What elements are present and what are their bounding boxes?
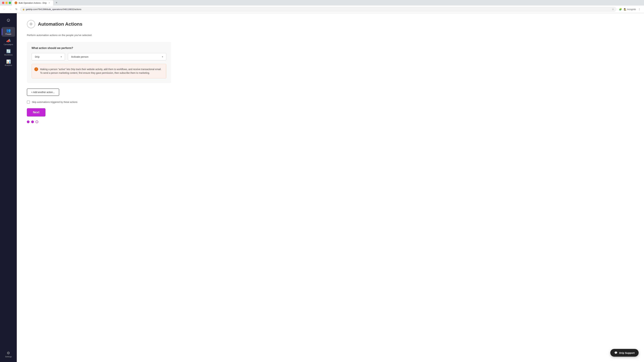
- progress-dot-3: [36, 120, 38, 123]
- skip-automations-checkbox[interactable]: [27, 100, 30, 104]
- tab-close-button[interactable]: ×: [48, 1, 51, 4]
- warning-text: Making a person "active" lets Drip track…: [40, 68, 161, 74]
- sidebar-item-people[interactable]: 👥 People: [2, 27, 15, 37]
- tab-favicon: D: [14, 1, 17, 4]
- sidebar-analytics-label: Analytics: [5, 64, 12, 66]
- browser-chrome: D Bulk Operation Actions - Drip × + ← → …: [0, 0, 644, 13]
- lock-icon: 🔒: [22, 8, 25, 10]
- page-icon: ⚙: [27, 20, 35, 28]
- action-dropdown-arrow: ▾: [162, 56, 163, 58]
- sidebar-campaigns-label: Campaigns: [4, 43, 13, 45]
- add-action-button[interactable]: + Add another action...: [27, 88, 59, 96]
- window-close-button[interactable]: [2, 2, 4, 4]
- workflows-icon: 🔄: [6, 49, 11, 53]
- support-label: Drip Support: [619, 352, 634, 354]
- sidebar: ☺ 👥 People 📣 Campaigns 🔄 Workflows 📊 Ana…: [0, 13, 17, 362]
- active-indicator: [2, 28, 2, 35]
- browser-menu-button[interactable]: ⋮: [636, 6, 642, 12]
- progress-dot-1: [27, 120, 30, 123]
- next-button[interactable]: Next: [27, 108, 46, 116]
- active-tab[interactable]: D Bulk Operation Actions - Drip ×: [12, 0, 54, 5]
- progress-dot-2: [31, 120, 34, 123]
- app-container: ☺ 👥 People 📣 Campaigns 🔄 Workflows 📊 Ana…: [0, 13, 644, 362]
- support-button[interactable]: 💬 Drip Support: [610, 349, 639, 357]
- sidebar-item-campaigns[interactable]: 📣 Campaigns: [2, 37, 15, 47]
- bookmark-icon[interactable]: ☆: [612, 8, 614, 10]
- sidebar-item-settings[interactable]: ⚙ Settings: [2, 350, 15, 359]
- url-bar[interactable]: 🔒 getdrip.com/7641396/bulk_operations/34…: [20, 7, 616, 11]
- warning-icon: !: [34, 67, 38, 71]
- sidebar-settings-label: Settings: [5, 356, 12, 358]
- main-content: ⚙ Automation Actions Perform automation …: [17, 13, 644, 362]
- extensions-button[interactable]: 🧩: [618, 6, 623, 12]
- refresh-button[interactable]: ↻: [14, 7, 19, 11]
- incognito-label: Incognito: [627, 8, 636, 10]
- tab-title: Bulk Operation Actions - Drip: [18, 2, 46, 4]
- browser-actions: 🧩 🕵️ Incognito ⋮: [618, 6, 642, 12]
- warning-box: ! Making a person "active" lets Drip tra…: [32, 64, 166, 78]
- tab-bar: D Bulk Operation Actions - Drip × +: [0, 0, 644, 5]
- window-controls: [2, 2, 11, 4]
- window-minimize-button[interactable]: [5, 2, 8, 4]
- checkbox-row: Skip automations triggered by these acti…: [27, 100, 634, 104]
- dropdowns-row: Drip ▾ Activate person ▾: [32, 53, 166, 60]
- skip-automations-label: Skip automations triggered by these acti…: [32, 101, 78, 103]
- progress-dots: [27, 120, 634, 123]
- action-question: What action should we perform?: [32, 46, 166, 50]
- sidebar-item-workflows[interactable]: 🔄 Workflows: [2, 48, 15, 57]
- sidebar-logo: ☺: [4, 16, 12, 24]
- source-dropdown-arrow: ▾: [61, 56, 62, 58]
- sidebar-item-analytics[interactable]: 📊 Analytics: [2, 58, 15, 68]
- incognito-icon: 🕵️: [624, 8, 626, 10]
- address-bar: ← → ↻ 🔒 getdrip.com/7641396/bulk_operati…: [0, 5, 644, 13]
- campaigns-icon: 📣: [6, 39, 11, 43]
- sidebar-workflows-label: Workflows: [4, 54, 13, 56]
- action-dropdown[interactable]: Activate person ▾: [68, 53, 166, 60]
- people-icon: 👥: [6, 29, 11, 32]
- analytics-icon: 📊: [6, 60, 11, 63]
- forward-button[interactable]: →: [8, 7, 13, 11]
- support-icon: 💬: [614, 351, 618, 354]
- new-tab-button[interactable]: +: [54, 0, 59, 5]
- automation-icon: ⚙: [29, 22, 33, 26]
- incognito-badge: 🕵️ Incognito: [624, 8, 636, 10]
- sidebar-people-wrapper: 👥 People: [2, 27, 15, 37]
- source-dropdown-value: Drip: [35, 55, 40, 58]
- page-subtitle: Perform automation actions on the people…: [27, 34, 634, 36]
- back-button[interactable]: ←: [2, 7, 7, 11]
- window-maximize-button[interactable]: [9, 2, 11, 4]
- url-text: getdrip.com/7641396/bulk_operations/3481…: [26, 8, 611, 10]
- sidebar-people-label: People: [6, 33, 11, 35]
- page-header: ⚙ Automation Actions: [27, 20, 634, 28]
- page-title: Automation Actions: [38, 21, 82, 27]
- source-dropdown[interactable]: Drip ▾: [32, 53, 65, 60]
- action-card: What action should we perform? Drip ▾ Ac…: [27, 42, 171, 83]
- settings-icon: ⚙: [7, 351, 10, 355]
- logo-icon: ☺: [6, 17, 11, 23]
- action-dropdown-value: Activate person: [71, 55, 88, 58]
